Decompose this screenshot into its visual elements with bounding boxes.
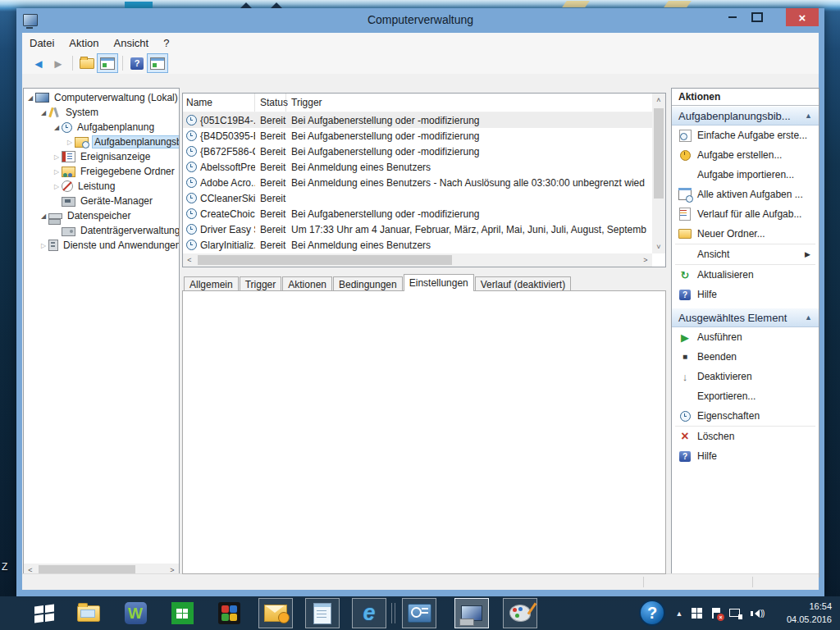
column-header-name[interactable]: Name — [183, 94, 255, 112]
tray-windows-logo[interactable] — [687, 596, 705, 630]
task-row[interactable]: CCleanerSki... Bereit — [183, 190, 652, 206]
tab-trigger[interactable]: Trigger — [240, 276, 282, 291]
menu-datei[interactable]: Datei — [22, 37, 62, 49]
expander-icon[interactable]: ▷ — [52, 183, 62, 190]
tray-network[interactable] — [727, 596, 745, 630]
tree-item-ereignisanzeige[interactable]: ▷ Ereignisanzeige — [24, 149, 179, 164]
show-hidden-icons-button[interactable]: ▲ — [673, 596, 686, 630]
scroll-up-arrow[interactable]: ˄ — [652, 94, 665, 107]
action-aufgabe-erstellen[interactable]: Aufgabe erstellen... — [672, 145, 819, 165]
column-header-trigger[interactable]: Trigger — [286, 97, 652, 108]
tree-item-computerverwaltung[interactable]: ◢ Computerverwaltung (Lokal) — [24, 90, 179, 105]
task-row[interactable]: Driver Easy S... BereitUm 17:33 Uhr am 4… — [183, 221, 652, 237]
action-hilfe-library[interactable]: ? Hilfe — [672, 285, 819, 304]
tree-item-geraete-manager[interactable]: Geräte-Manager — [24, 194, 179, 208]
expander-icon[interactable]: ▷ — [65, 139, 75, 146]
expander-icon[interactable]: ◢ — [39, 212, 48, 220]
list-horizontal-scrollbar[interactable]: ˂ ˃ — [183, 253, 652, 267]
maximize-button[interactable] — [746, 8, 768, 26]
taskbar-control-panel[interactable] — [402, 598, 436, 628]
tray-volume[interactable]: )) — [746, 596, 768, 630]
expander-icon[interactable]: ◢ — [39, 109, 48, 116]
tree-item-dienste-und-anwendungen[interactable]: ▷ Dienste und Anwendungen — [24, 238, 179, 253]
task-row[interactable]: {B4D50395-B... BereitBei Aufgabenerstell… — [183, 128, 652, 144]
history-icon — [679, 208, 691, 221]
show-action-pane-button[interactable] — [147, 53, 168, 73]
action-neuer-ordner[interactable]: Neuer Ordner... — [672, 224, 819, 244]
expander-icon[interactable]: ▷ — [52, 153, 62, 161]
action-aufgabe-importieren[interactable]: Aufgabe importieren... — [672, 165, 819, 185]
actions-section-selected-element[interactable]: Ausgewähltes Element ▲ — [672, 308, 819, 327]
tree-item-leistung[interactable]: ▷ Leistung — [24, 179, 179, 194]
tree-item-datenspeicher[interactable]: ◢ Datenspeicher — [24, 208, 179, 223]
action-ausfuehren[interactable]: ▶ Ausführen — [672, 327, 819, 347]
scroll-right-arrow[interactable]: ˃ — [639, 253, 652, 267]
taskbar-computer-management[interactable] — [454, 598, 489, 628]
taskbar-paint[interactable] — [503, 598, 537, 628]
taskbar-file-explorer[interactable] — [71, 598, 106, 628]
actions-section-library[interactable]: Aufgabenplanungsbib... ▲ — [672, 106, 819, 126]
action-loeschen[interactable]: × Löschen — [672, 427, 819, 446]
task-row[interactable]: Adobe Acro... BereitBei Anmeldung eines … — [183, 175, 652, 190]
list-vertical-scrollbar[interactable]: ˄ ˅ — [652, 94, 665, 253]
expander-icon[interactable]: ▷ — [39, 242, 48, 249]
menu-ansicht[interactable]: Ansicht — [107, 37, 157, 49]
action-alle-aktiven-aufgaben[interactable]: Alle aktiven Aufgaben ... — [672, 185, 819, 204]
taskbar-internet-explorer[interactable]: e — [352, 598, 386, 628]
action-hilfe-selected[interactable]: ? Hilfe — [672, 446, 819, 466]
window-content: ◢ Computerverwaltung (Lokal) ◢ System ◢ … — [22, 74, 819, 574]
scroll-thumb[interactable] — [654, 108, 664, 199]
task-row[interactable]: AbelssoftPre... BereitBei Anmeldung eine… — [183, 159, 652, 175]
action-beenden[interactable]: ■ Beenden — [672, 347, 819, 367]
tab-verlauf[interactable]: Verlauf (deaktiviert) — [475, 276, 571, 291]
tree-item-datentraegerverwaltung[interactable]: Datenträgerverwaltung — [24, 223, 179, 238]
tree-item-aufgabenplanung[interactable]: ◢ Aufgabenplanung — [24, 120, 179, 135]
tray-action-center[interactable]: × — [707, 596, 725, 630]
taskbar-outlook[interactable] — [258, 598, 293, 628]
action-aktualisieren[interactable]: ↻ Aktualisieren — [672, 265, 819, 285]
action-exportieren[interactable]: Exportieren... — [672, 386, 819, 406]
minimize-button[interactable] — [722, 8, 743, 26]
expander-icon[interactable]: ◢ — [52, 124, 62, 131]
menu-aktion[interactable]: Aktion — [62, 37, 106, 49]
show-console-tree-button[interactable] — [97, 53, 118, 73]
action-deaktivieren[interactable]: ↓ Deaktivieren — [672, 367, 819, 386]
scroll-left-arrow[interactable]: ˂ — [183, 253, 196, 267]
up-level-button[interactable] — [77, 54, 97, 72]
tab-allgemein[interactable]: Allgemein — [184, 276, 239, 291]
action-eigenschaften[interactable]: Eigenschaften — [672, 406, 819, 426]
action-einfache-aufgabe[interactable]: Einfache Aufgabe erste... — [672, 126, 819, 145]
tree-item-freigegebene-ordner[interactable]: ▷ Freigegebene Ordner — [24, 164, 179, 179]
collapse-icon[interactable]: ▲ — [805, 112, 812, 120]
scroll-down-arrow[interactable]: ˅ — [652, 240, 665, 253]
column-header-status[interactable]: Status — [255, 94, 286, 112]
help-button[interactable]: ? — [127, 54, 147, 72]
action-ansicht[interactable]: Ansicht ▶ — [672, 244, 819, 264]
taskbar-puzzle-app[interactable] — [212, 598, 246, 628]
task-row[interactable]: {051C19B4-... BereitBei Aufgabenerstellu… — [183, 112, 652, 128]
back-button[interactable]: ◄ — [29, 54, 48, 72]
taskbar-clock[interactable]: 16:54 04.05.2016 — [787, 600, 832, 626]
taskbar-w-app[interactable]: W — [118, 598, 153, 628]
action-verlauf-alle-aufgaben[interactable]: Verlauf für alle Aufgab... — [672, 204, 819, 224]
tree-item-aufgabenplanungsbibliothek[interactable]: ▷ Aufgabenplanungsb — [24, 135, 179, 149]
task-row[interactable]: CreateChoic... BereitBei Aufgabenerstell… — [183, 206, 652, 221]
close-button[interactable]: × — [786, 8, 819, 26]
task-row[interactable]: GlaryInitializ... BereitBei Anmeldung ei… — [183, 237, 652, 253]
expander-icon[interactable]: ◢ — [25, 94, 35, 102]
titlebar[interactable]: Computerverwaltung × — [16, 8, 824, 33]
taskbar-notepad[interactable] — [305, 598, 340, 628]
task-row[interactable]: {B672F586-C... BereitBei Aufgabenerstell… — [183, 144, 652, 159]
tab-aktionen[interactable]: Aktionen — [282, 276, 332, 291]
collapse-icon[interactable]: ▲ — [805, 313, 812, 322]
tree-item-system[interactable]: ◢ System — [24, 105, 179, 120]
expander-icon[interactable]: ▷ — [52, 168, 62, 176]
tray-help-bubble-icon[interactable]: ? — [639, 600, 665, 626]
scroll-thumb[interactable] — [198, 255, 452, 265]
start-button[interactable] — [27, 598, 62, 628]
taskbar-windows-store[interactable] — [165, 598, 199, 628]
forward-button[interactable]: ► — [48, 54, 68, 72]
menu-hilfe[interactable]: ? — [156, 37, 176, 49]
tab-einstellungen[interactable]: Einstellungen — [404, 274, 474, 291]
tab-bedingungen[interactable]: Bedingungen — [333, 276, 403, 291]
